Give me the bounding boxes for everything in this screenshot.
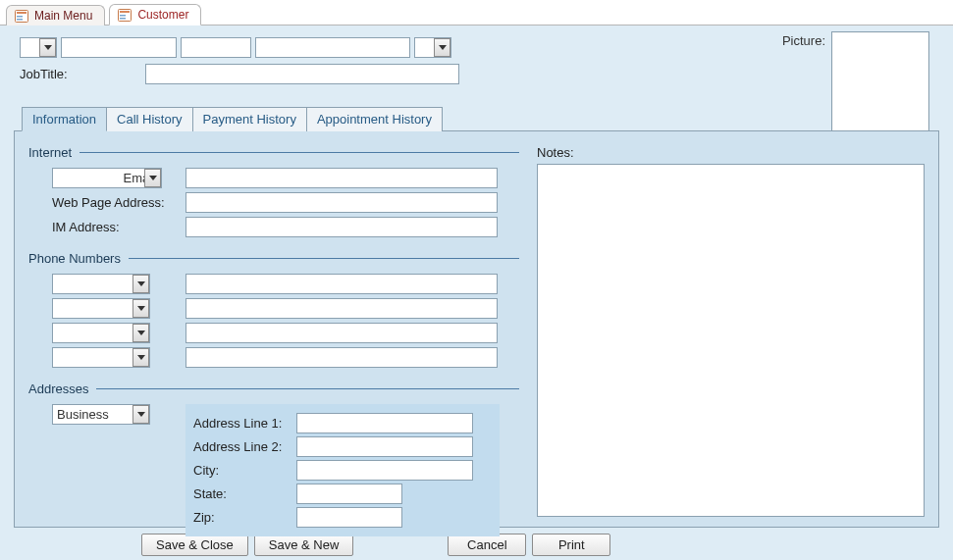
chevron-down-icon[interactable] xyxy=(434,38,450,57)
section-label: Phone Numbers xyxy=(28,251,121,266)
city-row: City: xyxy=(193,460,492,481)
chevron-down-icon[interactable] xyxy=(132,324,149,342)
section-addresses: Addresses xyxy=(28,382,519,396)
state-row: State: xyxy=(193,484,492,504)
picture-label: Picture: xyxy=(782,33,825,48)
address-line1-label: Address Line 1: xyxy=(193,416,296,431)
zip-input[interactable] xyxy=(296,507,402,528)
save-new-button[interactable]: Save & New xyxy=(254,534,354,556)
tab-information[interactable]: Information xyxy=(22,107,107,131)
webpage-input[interactable] xyxy=(185,192,498,213)
address-line1-input[interactable] xyxy=(296,413,473,433)
phone-number-input[interactable] xyxy=(185,323,498,343)
last-name-input[interactable] xyxy=(255,37,410,58)
doc-tab-main-menu[interactable]: Main Menu xyxy=(6,5,105,25)
address-line2-input[interactable] xyxy=(296,436,473,457)
jobtitle-row: JobTitle: xyxy=(20,64,939,84)
svg-rect-5 xyxy=(120,11,130,13)
suffix-select[interactable] xyxy=(414,37,451,58)
doc-tab-customer[interactable]: Customer xyxy=(109,4,201,25)
zip-label: Zip: xyxy=(193,510,296,525)
phone-row-2 xyxy=(52,298,519,319)
zip-row: Zip: xyxy=(193,507,492,528)
chevron-down-icon[interactable] xyxy=(132,405,149,424)
city-input[interactable] xyxy=(296,460,473,481)
middle-name-input[interactable] xyxy=(181,37,251,58)
section-label: Internet xyxy=(28,145,72,160)
address-line1-row: Address Line 1: xyxy=(193,413,492,433)
im-input[interactable] xyxy=(185,217,498,237)
phone-type-select[interactable] xyxy=(52,323,150,343)
email-row: Email xyxy=(52,168,519,188)
section-rule xyxy=(96,388,519,389)
phone-row-4 xyxy=(52,347,519,368)
city-label: City: xyxy=(193,463,296,478)
webpage-label: Web Page Address: xyxy=(52,195,185,210)
form-icon xyxy=(15,10,28,23)
form-icon xyxy=(118,9,132,22)
phone-number-input[interactable] xyxy=(185,274,498,294)
cancel-button[interactable]: Cancel xyxy=(448,534,526,556)
prefix-select[interactable] xyxy=(20,37,57,58)
tab-call-history[interactable]: Call History xyxy=(107,107,192,131)
state-label: State: xyxy=(193,486,296,501)
address-line2-row: Address Line 2: xyxy=(193,436,492,457)
section-internet: Internet xyxy=(28,145,519,160)
phone-type-select[interactable] xyxy=(52,274,150,294)
chevron-down-icon[interactable] xyxy=(144,169,161,187)
webpage-row: Web Page Address: xyxy=(52,192,519,213)
im-label: IM Address: xyxy=(52,220,185,234)
doc-tab-label: Customer xyxy=(137,8,188,22)
form-body: Picture: JobTitle: Information Call Hist… xyxy=(0,25,953,560)
chevron-down-icon[interactable] xyxy=(132,275,149,293)
address-line2-label: Address Line 2: xyxy=(193,439,296,454)
phone-row-1 xyxy=(52,274,519,294)
section-phone: Phone Numbers xyxy=(28,251,519,266)
phone-type-select[interactable] xyxy=(52,347,150,368)
button-row: Save & Close Save & New Cancel Print xyxy=(141,534,939,556)
save-close-button[interactable]: Save & Close xyxy=(141,534,248,556)
chevron-down-icon[interactable] xyxy=(132,348,149,367)
section-label: Addresses xyxy=(28,382,88,396)
right-column: Notes: xyxy=(537,141,925,517)
email-input[interactable] xyxy=(185,168,498,188)
phone-number-input[interactable] xyxy=(185,347,498,368)
tab-appointment-history[interactable]: Appointment History xyxy=(307,107,443,131)
phone-row-3 xyxy=(52,323,519,343)
section-rule xyxy=(79,152,519,153)
first-name-input[interactable] xyxy=(61,37,177,58)
doc-tab-label: Main Menu xyxy=(34,9,92,23)
left-column: Internet Email Web Page Address: IM Addr… xyxy=(28,141,519,517)
chevron-down-icon[interactable] xyxy=(132,299,149,318)
address-type-select[interactable]: Business xyxy=(52,404,150,425)
section-rule xyxy=(129,258,519,259)
phone-number-input[interactable] xyxy=(185,298,498,319)
notes-label: Notes: xyxy=(537,145,925,160)
svg-rect-3 xyxy=(17,19,23,21)
chevron-down-icon[interactable] xyxy=(39,38,56,57)
document-tabs: Main Menu Customer xyxy=(0,0,953,25)
jobtitle-label: JobTitle: xyxy=(20,67,135,81)
state-input[interactable] xyxy=(296,484,402,504)
notes-textarea[interactable] xyxy=(537,164,925,517)
print-button[interactable]: Print xyxy=(532,534,610,556)
tab-body: Internet Email Web Page Address: IM Addr… xyxy=(14,130,939,528)
detail-tabs: Information Call History Payment History… xyxy=(22,106,939,130)
address-type-value: Business xyxy=(57,407,109,422)
email-type-select[interactable]: Email xyxy=(52,168,162,188)
im-row: IM Address: xyxy=(52,217,519,237)
phone-type-select[interactable] xyxy=(52,298,150,319)
svg-rect-7 xyxy=(120,18,126,20)
svg-rect-2 xyxy=(17,16,23,18)
address-block: Address Line 1: Address Line 2: City: St… xyxy=(185,404,500,536)
svg-rect-6 xyxy=(120,15,126,17)
jobtitle-input[interactable] xyxy=(145,64,459,84)
svg-rect-1 xyxy=(17,12,26,14)
tab-payment-history[interactable]: Payment History xyxy=(193,107,307,131)
